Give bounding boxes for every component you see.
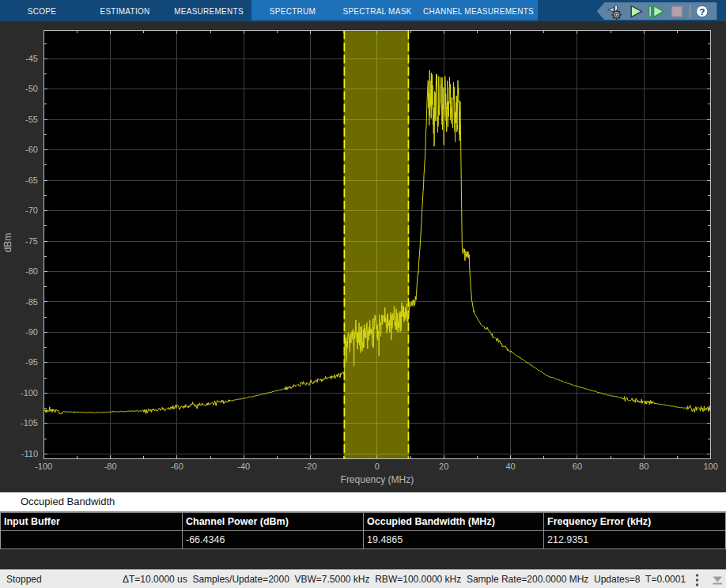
svg-text:40: 40 [505, 462, 515, 471]
svg-text:?: ? [699, 6, 705, 16]
svg-text:Frequency (MHz): Frequency (MHz) [341, 474, 414, 485]
svg-text:-90: -90 [25, 327, 38, 337]
svg-text:-60: -60 [171, 462, 183, 471]
svg-text:-110: -110 [21, 449, 38, 458]
svg-text:-100: -100 [35, 462, 52, 471]
svg-text:-55: -55 [25, 115, 38, 124]
svg-text:-80: -80 [25, 266, 38, 276]
svg-text:-70: -70 [25, 205, 38, 215]
svg-text:-40: -40 [237, 462, 250, 471]
svg-text:-20: -20 [304, 462, 317, 471]
svg-text:-65: -65 [25, 175, 38, 185]
svg-text:-75: -75 [25, 236, 38, 246]
svg-text:20: 20 [439, 462, 448, 471]
svg-text:-50: -50 [25, 84, 38, 93]
svg-text:-100: -100 [21, 388, 38, 398]
svg-text:80: 80 [639, 462, 648, 471]
svg-text:-105: -105 [21, 418, 38, 428]
svg-text:60: 60 [573, 462, 582, 471]
svg-text:-45: -45 [25, 54, 38, 63]
svg-text:-60: -60 [25, 145, 38, 154]
svg-text:-85: -85 [25, 297, 38, 307]
svg-text:-95: -95 [25, 357, 38, 367]
svg-text:0: 0 [375, 462, 380, 471]
svg-text:-80: -80 [104, 462, 117, 471]
svg-text:dBm: dBm [2, 233, 13, 253]
svg-text:100: 100 [703, 462, 717, 471]
